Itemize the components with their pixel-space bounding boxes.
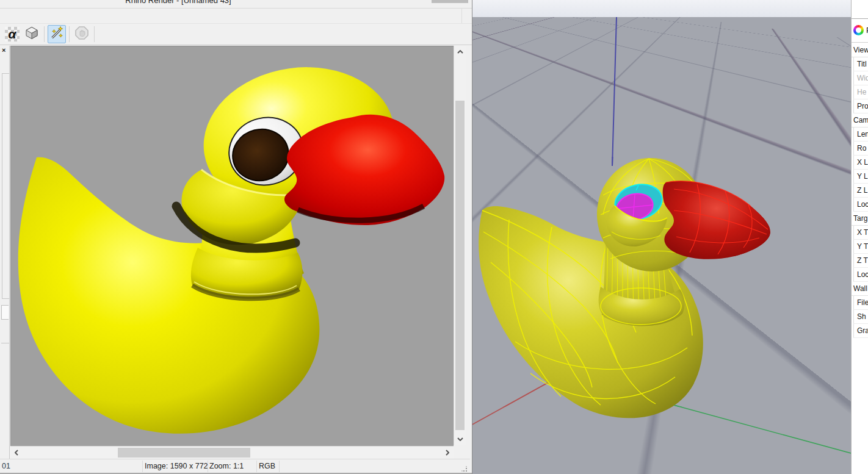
window-frame-fragment: [432, 0, 468, 3]
scroll-left-arrow-icon[interactable]: [12, 447, 21, 459]
property-label: Pro: [857, 102, 868, 110]
tab-properties[interactable]: P: [852, 19, 868, 41]
vertical-scrollbar[interactable]: [454, 46, 466, 445]
property-label: Targ: [853, 214, 867, 223]
property-row[interactable]: Y L: [853, 170, 868, 184]
property-row[interactable]: Cam: [852, 113, 868, 127]
horizontal-scrollbar[interactable]: [10, 446, 454, 459]
property-row[interactable]: Wid: [853, 71, 868, 85]
property-label: Cam: [853, 116, 868, 124]
scroll-down-arrow-icon[interactable]: [454, 434, 466, 444]
statusbar-separator: [279, 461, 280, 472]
property-row[interactable]: Pro: [853, 99, 868, 113]
scroll-right-arrow-icon[interactable]: [443, 447, 452, 459]
property-row[interactable]: Y T: [853, 240, 868, 254]
perspective-viewport[interactable]: [472, 0, 851, 474]
stop-hand-icon: [74, 26, 89, 43]
property-label: Len: [857, 130, 868, 138]
viewport-scene: [472, 0, 851, 474]
alpha-channel-button[interactable]: α: [3, 25, 21, 43]
property-row[interactable]: Gra: [853, 324, 868, 338]
stop-render-button[interactable]: [73, 25, 91, 43]
property-label: Gra: [857, 326, 868, 335]
properties-panel: P View Titl Wid He Pro Cam: [851, 0, 868, 474]
property-label: Z L: [857, 186, 867, 195]
render-statusbar: 01 Image: 1590 x 772 Zoom: 1:1 RGB: [0, 459, 470, 473]
property-row[interactable]: Z L: [853, 184, 868, 198]
render-window-titlebar[interactable]: Rhino Render - [Unnamed 43]: [0, 0, 472, 9]
docked-panel-box: [2, 73, 10, 299]
property-label: Loc: [857, 270, 868, 279]
zoom-level-label: Zoom: 1:1: [209, 462, 244, 470]
property-label: X L: [857, 158, 868, 167]
docked-panel-divider: [1, 343, 9, 343]
property-label: X T: [857, 228, 868, 237]
statusbar-separator: [142, 461, 143, 472]
property-row[interactable]: Wall: [852, 282, 868, 296]
property-row[interactable]: View: [852, 43, 868, 57]
rhino-render-window: Rhino Render - [Unnamed 43] α: [0, 0, 472, 474]
property-row[interactable]: Sh: [853, 310, 868, 324]
docked-panel-button[interactable]: [1, 305, 9, 320]
property-row[interactable]: He: [853, 85, 868, 99]
statusbar-separator: [208, 461, 208, 472]
property-label: Y L: [857, 172, 868, 181]
property-label: Loc: [857, 200, 868, 209]
docked-panel-edge: ×: [0, 46, 10, 459]
property-label: Sh: [857, 312, 866, 321]
property-label: He: [857, 88, 866, 96]
rendered-duck-image: [11, 46, 454, 446]
render-properties-button[interactable]: [23, 25, 41, 43]
render-image-canvas[interactable]: [10, 46, 454, 446]
color-mode-label: RGB: [259, 462, 275, 470]
property-label: Titl: [857, 60, 867, 68]
property-label: Z T: [857, 256, 868, 265]
post-effects-button[interactable]: [48, 25, 66, 43]
property-row[interactable]: X L: [853, 156, 868, 170]
close-icon[interactable]: ×: [2, 46, 5, 54]
property-row[interactable]: Z T: [853, 254, 868, 268]
toolbar-separator: [44, 26, 45, 42]
render-window-menubar-area: [0, 9, 472, 23]
elapsed-time: 01: [2, 462, 10, 470]
toolbar-separator: [94, 26, 95, 42]
property-row[interactable]: Targ: [852, 212, 868, 226]
property-row[interactable]: Titl: [853, 57, 868, 71]
property-row[interactable]: Len: [853, 127, 868, 142]
horizontal-scrollbar-thumb[interactable]: [118, 448, 250, 458]
property-label: View: [853, 46, 868, 54]
property-label: File: [857, 298, 868, 307]
property-row[interactable]: File: [853, 296, 868, 310]
property-row[interactable]: Loc: [853, 268, 868, 282]
property-row[interactable]: Loc: [853, 198, 868, 212]
vertical-scrollbar-thumb[interactable]: [455, 101, 465, 430]
render-window-title: Rhino Render - [Unnamed 43]: [125, 0, 231, 5]
property-label: Ro: [857, 144, 866, 153]
cube-icon: [24, 26, 39, 43]
render-toolbar: α: [0, 23, 472, 45]
statusbar-separator: [256, 461, 257, 472]
property-label: Wall: [853, 284, 867, 293]
property-label: Y T: [857, 242, 868, 251]
property-label: Wid: [857, 74, 868, 82]
image-size-label: Image: 1590 x 772: [145, 462, 208, 470]
panel-divider: [852, 42, 868, 43]
alpha-icon: α: [5, 27, 20, 41]
property-row[interactable]: Ro: [853, 142, 868, 156]
color-wheel-icon: [853, 25, 864, 35]
magic-wand-icon: [49, 26, 64, 43]
resize-grip[interactable]: [461, 465, 468, 472]
property-row[interactable]: X T: [853, 226, 868, 240]
property-grid: View Titl Wid He Pro Cam Len: [852, 43, 868, 338]
toolbar-separator: [69, 26, 70, 42]
scroll-up-arrow-icon[interactable]: [454, 47, 466, 57]
